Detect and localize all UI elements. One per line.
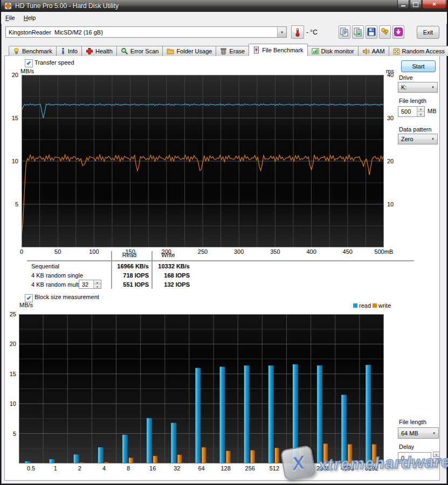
read-legend-swatch xyxy=(353,303,357,308)
table-rule xyxy=(27,260,414,261)
temperature-button[interactable] xyxy=(291,25,304,39)
speaker-icon xyxy=(362,48,370,55)
dice-icon xyxy=(393,48,400,55)
yright-tick: 40 xyxy=(387,72,400,78)
read-bar xyxy=(293,364,298,463)
chevron-down-icon: ▼ xyxy=(429,82,437,92)
drive-select[interactable]: K: ▼ xyxy=(398,82,438,93)
transfer-speed-checkbox[interactable]: ✔ xyxy=(25,59,33,67)
minimize-button[interactable] xyxy=(397,0,409,9)
delay-down-button[interactable]: ▼ xyxy=(433,458,440,463)
x-cat-label: 8192 xyxy=(360,465,383,472)
delay-up-button[interactable]: ▲ xyxy=(433,452,440,457)
yleft-tick: 20 xyxy=(4,72,18,78)
file-length-unit: MB xyxy=(428,108,437,114)
device-selector-value: KingstonReader MicSD/M2 (16 gB) xyxy=(6,29,277,36)
close-button[interactable]: ✕ xyxy=(422,0,446,9)
info-icon xyxy=(60,47,66,55)
yright-tick: 10 xyxy=(387,201,400,207)
x-cat-label: 128 xyxy=(214,465,238,472)
trash-icon xyxy=(220,47,227,55)
bars-green-icon xyxy=(312,48,319,55)
file-length2-select[interactable]: 64 MB ▼ xyxy=(398,427,439,439)
x-tick: 300 xyxy=(227,248,251,255)
copy-text-button[interactable] xyxy=(339,25,350,39)
menu-item-file[interactable]: File xyxy=(1,13,19,23)
device-selector[interactable]: KingstonReader MicSD/M2 (16 gB) ▼ xyxy=(5,26,287,38)
tab-strip: BenchmarkInfoHealthError ScanFolder Usag… xyxy=(9,44,448,56)
file-length2-label: File length xyxy=(399,419,426,425)
tab-health[interactable]: Health xyxy=(81,46,117,56)
read-value: 16966 KB/s xyxy=(70,263,149,269)
read-bar xyxy=(50,459,55,463)
exit-button[interactable]: Exit xyxy=(417,26,439,39)
tab-info[interactable]: Info xyxy=(56,46,82,56)
keys-button[interactable] xyxy=(379,25,391,39)
tab-label: Disk monitor xyxy=(321,48,354,54)
read-bar xyxy=(171,423,176,463)
menu-item-help[interactable]: Help xyxy=(19,13,40,23)
x-tick: 400 xyxy=(300,248,323,255)
read-bar xyxy=(268,365,274,463)
data-pattern-label: Data pattern xyxy=(399,126,432,133)
x-cat-label: 0.5 xyxy=(19,465,43,472)
copy-image-button[interactable] xyxy=(352,25,364,39)
tab-benchmark[interactable]: Benchmark xyxy=(9,46,57,56)
tab-file-benchmark[interactable]: File Benchmark xyxy=(249,44,307,56)
legend-label: read xyxy=(359,302,371,309)
tab-aam[interactable]: AAM xyxy=(358,46,389,56)
write-bar xyxy=(129,458,133,464)
write-bar xyxy=(275,448,279,463)
x-cat-label: 4 xyxy=(92,465,116,472)
write-legend-swatch xyxy=(373,303,377,308)
save-button[interactable] xyxy=(366,25,377,39)
thread-count-spinner[interactable]: 32▲▼ xyxy=(79,280,101,289)
tab-label: AAM xyxy=(372,48,385,54)
app-icon xyxy=(4,2,12,10)
x-cat-label: 2048 xyxy=(311,465,335,472)
tab-erase[interactable]: Erase xyxy=(216,46,249,56)
top-chart-yleft-title: MB/s xyxy=(20,68,34,74)
x-tick: 0 xyxy=(10,248,33,255)
read-bar xyxy=(341,395,347,463)
y-tick: 15 xyxy=(2,371,16,377)
tab-error-scan[interactable]: Error Scan xyxy=(116,46,163,56)
title-bar[interactable]: HD Tune Pro 5.00 - Hard Disk Utility xyxy=(1,0,447,12)
y-tick: 20 xyxy=(2,341,16,347)
write-value: 132 IOPS xyxy=(155,281,190,288)
chevron-down-icon: ▼ xyxy=(429,134,437,144)
temperature-readout: - °C xyxy=(306,29,318,36)
tab-folder-usage[interactable]: Folder Usage xyxy=(162,46,216,56)
block-size-checkbox[interactable]: ✔ xyxy=(25,294,33,302)
x-cat-label: 1 xyxy=(44,465,67,472)
read-bar xyxy=(122,435,128,463)
legend-label: write xyxy=(378,302,391,309)
data-pattern-select[interactable]: Zero ▼ xyxy=(398,134,438,144)
read-bar xyxy=(74,454,79,463)
delay-field[interactable]: 0 xyxy=(398,452,431,463)
read-bar xyxy=(366,365,371,463)
tab-disk-monitor[interactable]: Disk monitor xyxy=(307,46,359,56)
folder-icon xyxy=(167,48,174,54)
maximize-button[interactable] xyxy=(410,0,422,9)
read-value: 718 IOPS xyxy=(70,272,149,279)
tab-random-access[interactable]: Random Access xyxy=(389,46,448,56)
tab-label: Health xyxy=(95,48,113,54)
write-bar xyxy=(372,445,376,464)
copy-image-icon xyxy=(353,27,363,38)
y-tick: 25 xyxy=(2,311,16,317)
x-cat-label: 256 xyxy=(238,465,262,472)
tab-label: Folder Usage xyxy=(176,48,212,54)
read-bar xyxy=(196,368,201,463)
tab-label: Error Scan xyxy=(130,48,159,54)
block-size-chart xyxy=(19,314,384,463)
health-icon xyxy=(86,47,93,55)
read-bar xyxy=(244,365,250,463)
download-button[interactable] xyxy=(392,25,404,39)
write-bar xyxy=(323,444,328,463)
file-length-spinner[interactable]: 500 ▲▼ xyxy=(398,106,425,117)
window-title: HD Tune Pro 5.00 - Hard Disk Utility xyxy=(15,2,119,10)
start-button[interactable]: Start xyxy=(401,60,436,72)
delay-label: Delay xyxy=(399,444,414,450)
menu-bar: FileHelp xyxy=(1,12,447,24)
